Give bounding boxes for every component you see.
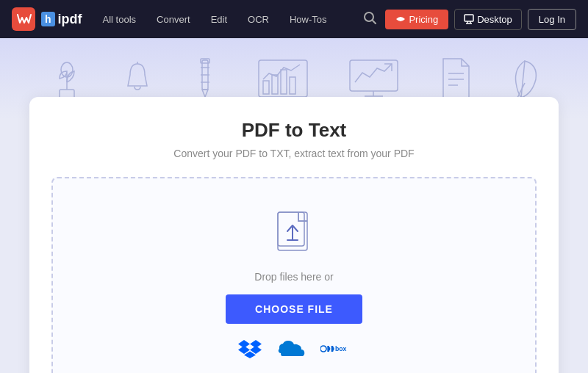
box-icon[interactable]: box [320, 341, 350, 356]
pricing-label: Pricing [409, 14, 438, 25]
svg-line-1 [373, 21, 376, 23]
navbar: h ipdf All tools Convert Edit OCR How-To… [0, 0, 588, 38]
desktop-label: Desktop [477, 14, 512, 25]
nav-convert[interactable]: Convert [148, 10, 199, 29]
plant-icon [49, 57, 85, 101]
onedrive-icon[interactable] [276, 338, 306, 359]
svg-rect-16 [272, 75, 278, 94]
desktop-button[interactable]: Desktop [454, 9, 522, 30]
brand: h ipdf [12, 7, 82, 31]
document-icon [440, 57, 473, 100]
ipdf-text: ipdf [58, 12, 82, 27]
svg-rect-17 [281, 70, 287, 94]
drop-text: Drop files here or [68, 271, 520, 283]
svg-rect-15 [263, 81, 269, 94]
pencil-icon [190, 57, 220, 101]
nav-links: All tools Convert Edit OCR How-Tos [94, 10, 361, 29]
nav-all-tools[interactable]: All tools [94, 10, 146, 29]
pricing-button[interactable]: Pricing [385, 10, 448, 29]
nav-actions: Pricing Desktop Log In [360, 8, 576, 30]
svg-rect-26 [278, 212, 304, 246]
main-content: PDF to Text Convert your PDF to TXT, ext… [0, 97, 588, 373]
ws-text [15, 11, 32, 27]
svg-rect-2 [465, 15, 473, 21]
feather-icon [510, 57, 539, 100]
nav-ocr[interactable]: OCR [239, 10, 278, 29]
upload-icon [272, 208, 316, 259]
svg-point-30 [320, 346, 326, 352]
hip-square: h [41, 12, 55, 26]
hipdf-logo[interactable]: h ipdf [41, 12, 82, 27]
svg-point-0 [365, 12, 373, 21]
drop-zone[interactable]: Drop files here or CHOOSE FILE [51, 177, 537, 373]
search-icon[interactable] [360, 8, 379, 30]
page-title: PDF to Text [51, 119, 537, 142]
bell-icon [123, 60, 152, 97]
cloud-services: box [68, 338, 520, 359]
dropbox-icon[interactable] [238, 338, 262, 359]
svg-text:box: box [335, 345, 347, 352]
chart-icon [257, 59, 309, 99]
upload-card: PDF to Text Convert your PDF to TXT, ext… [29, 97, 559, 373]
page-subtitle: Convert your PDF to TXT, extract text fr… [51, 148, 537, 159]
monitor-icon [346, 57, 401, 101]
nav-edit[interactable]: Edit [202, 10, 236, 29]
nav-how-tos[interactable]: How-Tos [281, 10, 336, 29]
svg-rect-18 [290, 77, 295, 94]
svg-rect-14 [259, 60, 307, 97]
choose-file-button[interactable]: CHOOSE FILE [226, 294, 362, 324]
wondershare-logo [12, 7, 35, 31]
login-button[interactable]: Log In [528, 9, 576, 30]
